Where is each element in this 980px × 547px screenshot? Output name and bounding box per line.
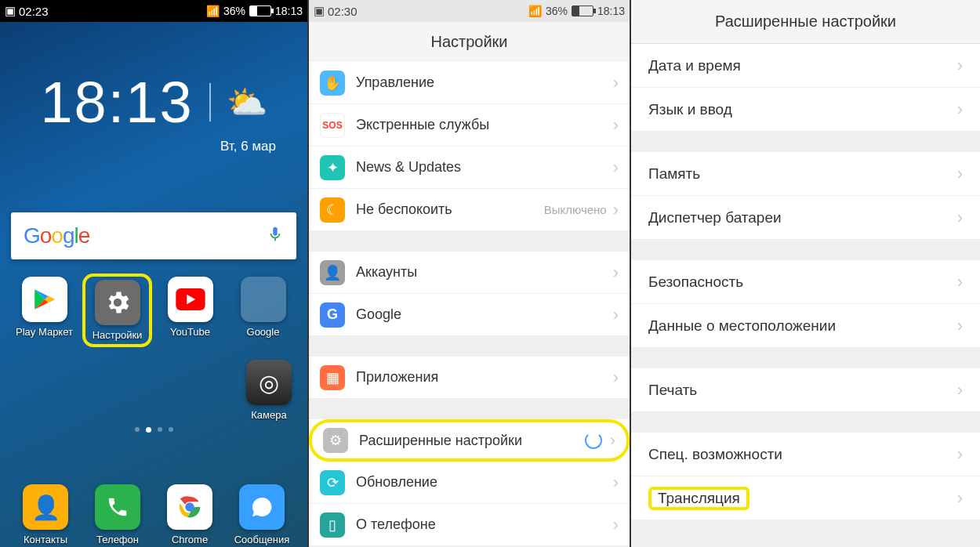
advanced-row-lang[interactable]: Язык и ввод › bbox=[631, 88, 980, 132]
section-gap bbox=[631, 348, 980, 368]
battery-icon bbox=[249, 5, 271, 16]
app-folder-google[interactable]: Google bbox=[228, 277, 298, 347]
chevron-right-icon: › bbox=[613, 368, 619, 388]
row-label: Спец. возможности bbox=[648, 446, 957, 463]
google-logo: Google bbox=[24, 223, 89, 248]
row-label: Аккаунты bbox=[356, 264, 613, 281]
row-label: Память bbox=[648, 165, 957, 183]
settings-row-google[interactable]: G Google › bbox=[309, 294, 630, 336]
news-icon: ✦ bbox=[320, 155, 345, 180]
row-label: Приложения bbox=[356, 369, 613, 386]
google-search-bar[interactable]: Google bbox=[11, 212, 296, 259]
settings-row-sos[interactable]: SOS Экстренные службы › bbox=[309, 104, 630, 147]
chevron-right-icon: › bbox=[613, 73, 619, 93]
contacts-icon: 👤 bbox=[23, 484, 68, 530]
app-settings-highlighted[interactable]: Настройки bbox=[82, 274, 152, 347]
battery-icon bbox=[572, 5, 593, 16]
advanced-row-print[interactable]: Печать › bbox=[631, 368, 980, 412]
page-title: Расширенные настройки bbox=[631, 0, 980, 44]
app-label: Play Маркет bbox=[16, 326, 73, 338]
section-gap bbox=[309, 399, 630, 419]
app-label: Chrome bbox=[172, 534, 208, 545]
app-label: Сообщения bbox=[234, 534, 290, 545]
page-title: Настройки bbox=[309, 22, 630, 62]
app-play-market[interactable]: Play Маркет bbox=[9, 277, 79, 347]
settings-row-dnd[interactable]: ☾ Не беспокоить Выключено › bbox=[309, 189, 630, 231]
camera-icon: ◎ bbox=[246, 360, 292, 405]
gear-icon: ⚙ bbox=[323, 428, 348, 453]
mic-icon[interactable] bbox=[267, 223, 284, 249]
advanced-row-location[interactable]: Данные о местоположении › bbox=[631, 304, 980, 348]
settings-row-update[interactable]: ⟳ Обновление › bbox=[309, 462, 630, 504]
row-label: О телефоне bbox=[356, 516, 613, 533]
status-time: 18:13 bbox=[275, 5, 303, 17]
signal-icon: 📶 bbox=[528, 5, 542, 17]
settings-row-news[interactable]: ✦ News & Updates › bbox=[309, 147, 630, 189]
advanced-row-datetime[interactable]: Дата и время › bbox=[631, 44, 980, 88]
advanced-row-cast-highlighted[interactable]: Трансляция › bbox=[631, 476, 980, 520]
dock-chrome[interactable]: Chrome bbox=[154, 484, 226, 545]
settings-row-control[interactable]: ✋ Управление › bbox=[309, 62, 630, 104]
record-icon: ▣ bbox=[5, 4, 16, 18]
battery-pct: 36% bbox=[546, 5, 568, 17]
messages-icon bbox=[239, 484, 285, 530]
chevron-right-icon: › bbox=[613, 115, 619, 136]
section-gap bbox=[309, 231, 630, 252]
row-label: Обновление bbox=[356, 474, 613, 491]
dock-contacts[interactable]: 👤 Контакты bbox=[9, 484, 82, 545]
battery-pct: 36% bbox=[223, 5, 245, 17]
row-label: Данные о местоположении bbox=[648, 317, 957, 335]
google-g-icon: G bbox=[320, 302, 345, 328]
row-value: Выключено bbox=[544, 203, 607, 216]
section-gap bbox=[631, 132, 980, 152]
app-label: Камера bbox=[251, 409, 286, 421]
chevron-right-icon: › bbox=[613, 200, 619, 220]
phone-icon bbox=[95, 484, 140, 530]
section-gap bbox=[631, 240, 980, 260]
chevron-right-icon: › bbox=[957, 100, 963, 120]
dock-messages[interactable]: Сообщения bbox=[226, 484, 298, 545]
app-camera[interactable]: ◎ Камера bbox=[230, 360, 307, 421]
row-label: Безопасность bbox=[648, 274, 957, 291]
dock-phone[interactable]: Телефон bbox=[82, 484, 154, 545]
settings-row-accounts[interactable]: 👤 Аккаунты › bbox=[309, 252, 630, 294]
chevron-right-icon: › bbox=[957, 164, 963, 184]
status-time: 18:13 bbox=[597, 5, 625, 17]
advanced-row-battery[interactable]: Диспетчер батареи › bbox=[631, 196, 980, 240]
row-label: Язык и ввод bbox=[648, 101, 957, 118]
weather-widget[interactable]: ⛅ bbox=[209, 83, 267, 121]
settings-row-about[interactable]: ▯ О телефоне › bbox=[309, 504, 630, 546]
home-screen: ▣ 02:23 📶 36% 18:13 18:13 ⛅ Вт, 6 мар Go… bbox=[0, 0, 307, 547]
row-label: Диспетчер батареи bbox=[648, 209, 957, 226]
moon-icon: ☾ bbox=[320, 197, 345, 223]
page-indicator bbox=[0, 427, 307, 433]
weather-icon: ⛅ bbox=[227, 83, 267, 121]
play-store-icon bbox=[22, 277, 67, 322]
loading-spinner-icon bbox=[585, 432, 602, 449]
chevron-right-icon: › bbox=[957, 316, 963, 336]
chevron-right-icon: › bbox=[613, 305, 619, 325]
app-youtube[interactable]: YouTube bbox=[155, 277, 225, 347]
chevron-right-icon: › bbox=[613, 515, 619, 535]
folder-icon bbox=[241, 277, 286, 322]
settings-row-apps[interactable]: ▦ Приложения › bbox=[309, 357, 630, 399]
chevron-right-icon: › bbox=[957, 208, 963, 228]
hand-icon: ✋ bbox=[320, 71, 345, 96]
app-label: Контакты bbox=[24, 534, 67, 545]
clock-time: 18:13 bbox=[40, 69, 193, 136]
app-label: Телефон bbox=[96, 534, 139, 545]
chevron-right-icon: › bbox=[613, 473, 619, 493]
dock: 👤 Контакты Телефон Chrome Сообщения bbox=[0, 478, 307, 545]
apps-grid-icon: ▦ bbox=[320, 365, 345, 390]
status-bar: ▣ 02:23 📶 36% 18:13 bbox=[0, 0, 307, 22]
advanced-row-accessibility[interactable]: Спец. возможности › bbox=[631, 433, 980, 476]
chevron-right-icon: › bbox=[957, 444, 963, 465]
advanced-row-memory[interactable]: Память › bbox=[631, 152, 980, 196]
chrome-icon bbox=[167, 484, 212, 530]
clock-widget[interactable]: 18:13 ⛅ Вт, 6 мар bbox=[0, 69, 307, 154]
chevron-right-icon: › bbox=[957, 488, 963, 509]
row-label: Управление bbox=[356, 74, 613, 91]
advanced-row-security[interactable]: Безопасность › bbox=[631, 260, 980, 304]
settings-row-advanced-highlighted[interactable]: ⚙ Расширенные настройки › bbox=[309, 419, 630, 462]
refresh-icon: ⟳ bbox=[320, 470, 345, 495]
